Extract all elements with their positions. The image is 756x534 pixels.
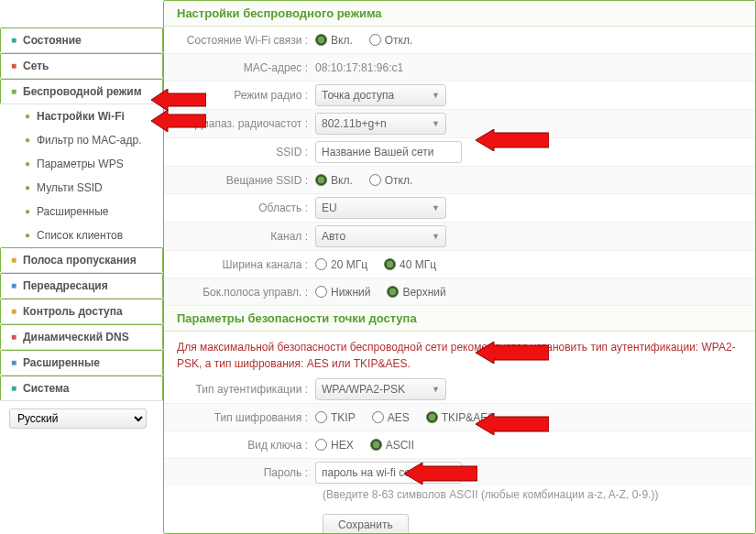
enc-aes[interactable]: AES — [372, 411, 410, 424]
sidebar-item-label: Расширенные — [23, 356, 100, 369]
section-wireless-title: Настройки беспроводного режима — [164, 1, 755, 27]
bullet-icon: ■ — [10, 256, 17, 264]
select-radio-mode[interactable]: Точка доступа ▼ — [315, 84, 446, 106]
sidebar-item-label: Беспроводной режим — [23, 85, 142, 98]
section-security-title: Параметры безопасности точки доступа — [164, 306, 755, 332]
input-password[interactable] — [315, 462, 462, 484]
select-region[interactable]: EU ▼ — [315, 197, 446, 219]
sidebar-item[interactable]: ■Беспроводной режим — [0, 79, 163, 104]
save-button[interactable]: Сохранить — [323, 514, 409, 534]
select-auth[interactable]: WPA/WPA2-PSK ▼ — [315, 378, 446, 400]
sidebar-item-label: Переадресация — [23, 279, 108, 292]
sidebar-subitem[interactable]: ●Расширенные — [0, 200, 163, 223]
sidebar-item-label: Система — [23, 382, 70, 395]
sidebar-item-label: Расширенные — [37, 205, 109, 218]
select-band[interactable]: 802.11b+g+n ▼ — [315, 113, 446, 135]
sidebar-item[interactable]: ■Расширенные — [0, 350, 163, 376]
bullet-icon: ● — [24, 113, 31, 120]
label-broadcast: Вещание SSID : — [164, 174, 315, 187]
value-mac: 08:10:17:81:96:c1 — [315, 59, 755, 77]
sidebar-item-label: Контроль доступа — [23, 305, 123, 318]
enc-tkipaes[interactable]: TKIP&AES — [426, 411, 496, 424]
sidebar-subitem[interactable]: ●Список клиентов — [0, 223, 163, 247]
bullet-icon: ■ — [10, 37, 17, 44]
label-key-type: Вид ключа : — [164, 439, 315, 452]
label-band: Диапаз. радиочастот : — [164, 117, 315, 130]
key-hex[interactable]: HEX — [315, 439, 354, 452]
label-mac: MAC-адрес : — [164, 61, 315, 74]
bullet-icon: ■ — [10, 88, 17, 95]
key-ascii[interactable]: ASCII — [370, 439, 414, 452]
sideband-lower[interactable]: Нижний — [315, 286, 370, 299]
sideband-upper[interactable]: Верхний — [387, 286, 445, 299]
label-wifi-state: Состояние Wi-Fi связи : — [164, 34, 315, 47]
label-password: Пароль : — [164, 466, 315, 479]
enc-tkip[interactable]: TKIP — [315, 411, 356, 424]
bullet-icon: ● — [24, 136, 31, 144]
sidebar-item[interactable]: ■Состояние — [0, 27, 163, 53]
sidebar-item[interactable]: ■Система — [0, 376, 163, 401]
chevron-down-icon: ▼ — [432, 385, 440, 394]
chevron-down-icon: ▼ — [432, 91, 440, 100]
sidebar-subitem[interactable]: ●Настройки Wi-Fi — [0, 104, 163, 128]
sidebar-item[interactable]: ■Переадресация — [0, 273, 163, 299]
select-channel[interactable]: Авто ▼ — [315, 225, 446, 247]
label-enc: Тип шифрования : — [164, 411, 315, 424]
sidebar-item-label: Фильтр по MAC-адр. — [37, 134, 142, 147]
bullet-icon: ● — [24, 232, 31, 239]
input-ssid[interactable] — [315, 141, 462, 163]
sidebar-item-label: Полоса пропускания — [23, 254, 137, 267]
label-sideband: Бок.полоса управл. : — [164, 286, 315, 299]
width-20[interactable]: 20 МГц — [315, 258, 367, 271]
main-panel: Настройки беспроводного режима Состояние… — [163, 0, 756, 534]
sidebar-item-label: Состояние — [23, 34, 82, 47]
sidebar-item[interactable]: ■Динамический DNS — [0, 324, 163, 350]
label-region: Область : — [164, 202, 315, 214]
label-width: Ширина канала : — [164, 258, 315, 271]
bullet-icon: ■ — [10, 308, 17, 315]
wifi-state-off[interactable]: Откл. — [369, 34, 413, 47]
width-40[interactable]: 40 МГц — [384, 258, 436, 271]
sidebar-item-label: Список клиентов — [37, 229, 123, 242]
chevron-down-icon: ▼ — [432, 232, 440, 241]
sidebar-item[interactable]: ■Контроль доступа — [0, 299, 163, 324]
security-note: Для максимальной безопасности беспроводн… — [164, 332, 755, 376]
bullet-icon: ● — [24, 160, 31, 168]
sidebar-item-label: Мульти SSID — [37, 181, 103, 194]
sidebar-subitem[interactable]: ●Параметры WPS — [0, 152, 163, 176]
bullet-icon: ■ — [10, 282, 17, 289]
chevron-down-icon: ▼ — [432, 119, 440, 128]
label-ssid: SSID : — [164, 146, 315, 158]
bullet-icon: ■ — [10, 385, 17, 392]
sidebar-item-label: Сеть — [23, 60, 49, 72]
bullet-icon: ● — [24, 184, 31, 191]
bullet-icon: ● — [24, 208, 31, 215]
password-hint: (Введите 8-63 символов ASCII (любые комб… — [164, 486, 755, 508]
sidebar-subitem[interactable]: ●Фильтр по MAC-адр. — [0, 128, 163, 152]
bullet-icon: ■ — [10, 333, 17, 341]
bullet-icon: ■ — [10, 62, 17, 70]
sidebar-item[interactable]: ■Сеть — [0, 53, 163, 79]
label-channel: Канал : — [164, 230, 315, 243]
broadcast-off[interactable]: Откл. — [369, 174, 413, 187]
broadcast-on[interactable]: Вкл. — [315, 174, 353, 187]
sidebar-item-label: Динамический DNS — [23, 331, 129, 343]
wifi-state-on[interactable]: Вкл. — [315, 34, 353, 47]
sidebar-item[interactable]: ■Полоса пропускания — [0, 247, 163, 273]
sidebar-item-label: Параметры WPS — [37, 158, 124, 170]
label-radio-mode: Режим радио : — [164, 89, 315, 102]
chevron-down-icon: ▼ — [432, 203, 440, 213]
language-select[interactable]: Русский — [9, 409, 147, 429]
label-auth: Тип аутентификации : — [164, 383, 315, 396]
sidebar: ■Состояние■Сеть■Беспроводной режим●Настр… — [0, 0, 163, 534]
sidebar-item-label: Настройки Wi-Fi — [37, 110, 125, 123]
bullet-icon: ■ — [10, 359, 17, 366]
sidebar-subitem[interactable]: ●Мульти SSID — [0, 176, 163, 200]
